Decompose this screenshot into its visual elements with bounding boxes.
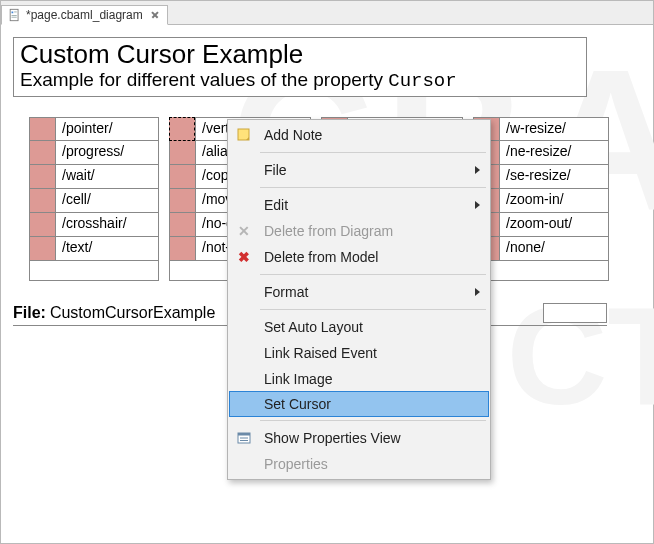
empty-row	[473, 261, 609, 281]
swatch[interactable]	[29, 189, 55, 213]
menu-link-raised-event[interactable]: Link Raised Event	[230, 340, 488, 366]
cursor-cell[interactable]: /crosshair/	[55, 213, 159, 237]
swatch[interactable]	[29, 165, 55, 189]
tab-page-cbaml-diagram[interactable]: *page.cbaml_diagram	[1, 5, 168, 25]
page-title: Custom Cursor Example	[20, 40, 580, 69]
cursor-cell[interactable]: /pointer/	[55, 117, 159, 141]
menu-delete-from-model[interactable]: ✖ Delete from Model	[230, 244, 488, 270]
page-subtitle: Example for different values of the prop…	[20, 69, 580, 93]
menu-label: File	[264, 162, 287, 178]
cursor-cell[interactable]: /wait/	[55, 165, 159, 189]
tab-bar: *page.cbaml_diagram	[1, 1, 653, 25]
menu-format[interactable]: Format	[230, 279, 488, 305]
cursor-cell[interactable]: /zoom-out/	[499, 213, 609, 237]
menu-link-image[interactable]: Link Image	[230, 366, 488, 392]
swatch[interactable]	[169, 165, 195, 189]
menu-label: Format	[264, 284, 308, 300]
close-icon[interactable]	[151, 11, 159, 19]
menu-label: Edit	[264, 197, 288, 213]
menu-properties: Properties	[230, 451, 488, 477]
menu-label: Link Image	[264, 371, 332, 387]
cursor-cell[interactable]: /progress/	[55, 141, 159, 165]
cursor-cell[interactable]: /ne-resize/	[499, 141, 609, 165]
menu-label: Set Auto Layout	[264, 319, 363, 335]
swatch[interactable]	[169, 237, 195, 261]
menu-label: Delete from Diagram	[264, 223, 393, 239]
swatch[interactable]	[169, 189, 195, 213]
empty-row	[29, 261, 159, 281]
menu-separator	[260, 309, 486, 310]
menu-label: Delete from Model	[264, 249, 378, 265]
svg-rect-4	[12, 17, 17, 18]
file-label: File:	[13, 304, 46, 322]
title-box[interactable]: Custom Cursor Example Example for differ…	[13, 37, 587, 97]
svg-rect-5	[238, 129, 249, 140]
file-value: CustomCursorExample	[50, 304, 215, 322]
cursor-cell[interactable]: /w-resize/	[499, 117, 609, 141]
svg-rect-2	[14, 12, 17, 13]
menu-file[interactable]: File	[230, 157, 488, 183]
delete-icon: ✕	[236, 223, 252, 239]
swatch[interactable]	[29, 117, 55, 141]
file-extra-input[interactable]	[543, 303, 607, 323]
note-icon	[236, 127, 252, 143]
cursor-cell[interactable]: /cell/	[55, 189, 159, 213]
menu-set-auto-layout[interactable]: Set Auto Layout	[230, 314, 488, 340]
cursor-column-1: /pointer/ /progress/ /wait/ /cell/ /cros…	[29, 117, 159, 281]
subtitle-code: Cursor	[388, 70, 456, 92]
properties-icon	[236, 430, 252, 446]
subtitle-text: Example for different values of the prop…	[20, 69, 388, 90]
svg-rect-7	[238, 433, 250, 436]
menu-add-note[interactable]: Add Note	[230, 122, 488, 148]
tab-title: *page.cbaml_diagram	[26, 8, 143, 22]
submenu-arrow-icon	[475, 166, 480, 174]
delete-icon: ✖	[236, 249, 252, 265]
menu-separator	[260, 187, 486, 188]
menu-edit[interactable]: Edit	[230, 192, 488, 218]
menu-label: Set Cursor	[264, 396, 331, 412]
menu-separator	[260, 152, 486, 153]
swatch-selected[interactable]	[169, 117, 195, 141]
svg-rect-1	[12, 12, 14, 14]
menu-label: Add Note	[264, 127, 322, 143]
cursor-cell[interactable]: /zoom-in/	[499, 189, 609, 213]
menu-label: Properties	[264, 456, 328, 472]
swatch[interactable]	[29, 237, 55, 261]
menu-separator	[260, 274, 486, 275]
cursor-cell[interactable]: /se-resize/	[499, 165, 609, 189]
menu-label: Show Properties View	[264, 430, 401, 446]
submenu-arrow-icon	[475, 201, 480, 209]
swatch[interactable]	[169, 213, 195, 237]
menu-set-cursor[interactable]: Set Cursor	[229, 391, 489, 417]
cursor-cell[interactable]: /text/	[55, 237, 159, 261]
watermark-2: CT	[506, 275, 654, 437]
file-icon	[8, 8, 22, 22]
submenu-arrow-icon	[475, 288, 480, 296]
editor-pane: *page.cbaml_diagram CBA CT Custom Cursor…	[0, 0, 654, 544]
swatch[interactable]	[29, 141, 55, 165]
menu-delete-from-diagram: ✕ Delete from Diagram	[230, 218, 488, 244]
menu-label: Link Raised Event	[264, 345, 377, 361]
swatch[interactable]	[29, 213, 55, 237]
cursor-column-4: /w-resize/ /ne-resize/ /se-resize/ /zoom…	[473, 117, 609, 281]
cursor-cell[interactable]: /none/	[499, 237, 609, 261]
svg-rect-3	[12, 15, 17, 16]
menu-show-properties-view[interactable]: Show Properties View	[230, 425, 488, 451]
menu-separator	[260, 420, 486, 421]
context-menu: Add Note File Edit ✕ Delete from Diagram…	[227, 119, 491, 480]
swatch[interactable]	[169, 141, 195, 165]
